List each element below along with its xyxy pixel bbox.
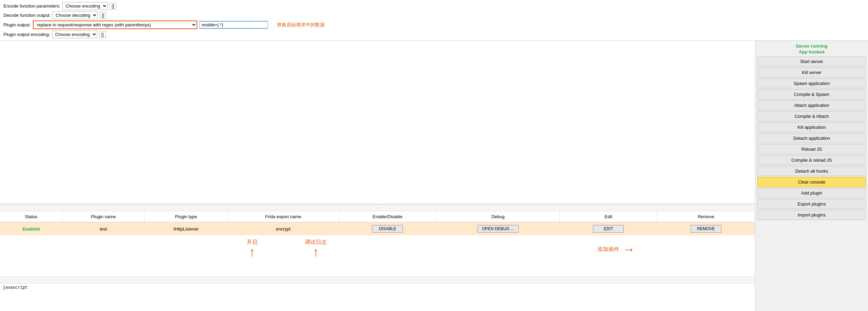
compile-reload-js-button[interactable]: Compile & reload JS (757, 155, 866, 165)
plugin-output-row: Plugin output: replace in request/respon… (3, 21, 865, 29)
kill-application-button[interactable]: Kill application (757, 122, 866, 132)
debug-arrow-icon: ↑ (313, 247, 319, 257)
plugin-encoding-label: Plugin output encoding: (3, 32, 50, 37)
edit-button[interactable]: EDIT (593, 225, 624, 233)
right-sidebar: Server running App hooked Start server K… (755, 41, 868, 311)
import-plugins-button[interactable]: Import plugins (757, 210, 866, 220)
encode-function-row: Encode function parameters: Choose encod… (3, 2, 865, 10)
attach-application-button[interactable]: Attach application (757, 100, 866, 110)
plugin-encoding-row: Plugin output encoding: Choose encoding … (3, 30, 865, 38)
row-edit-cell: EDIT (560, 222, 657, 236)
debug-annotation: 调试日志 ↑ (305, 239, 327, 257)
col-frida-export: Frida export name (228, 211, 339, 222)
reload-js-button[interactable]: Reload JS (757, 144, 866, 154)
row-frida-export: encrypt (228, 222, 339, 236)
col-plugin-type: Plugin type (145, 211, 228, 222)
row-remove-cell: REMOVE (657, 222, 755, 236)
plugin-encoding-select[interactable]: Choose encoding (52, 30, 97, 38)
decode-function-label: Decode function output: (3, 13, 50, 18)
enable-arrow-icon: ↑ (249, 247, 255, 257)
row-enable-disable-cell: DISABLE (339, 222, 436, 236)
decode-function-row: Decode function output: Choose decoding … (3, 11, 865, 19)
table-row: Enabled test IHttpListener encrypt DISAB… (0, 222, 755, 236)
dots-divider-top: ··· (0, 204, 755, 211)
compile-spawn-button[interactable]: Compile & Spawn (757, 89, 866, 99)
console-area: javascript (0, 284, 755, 311)
col-edit: Edit (560, 211, 657, 222)
add-plugin-arrow-icon: → (623, 242, 635, 257)
add-plugin-annotation: 添加插件 → (597, 242, 635, 257)
server-status: Server running (757, 43, 866, 49)
main-panel: ··· Status Plugin name Plugin type Frida… (0, 41, 755, 311)
plugin-output-label: Plugin output: (3, 22, 31, 27)
annotation-area: 开启 ↑ 调试日志 ↑ 添加插件 → (0, 235, 755, 276)
clear-console-button[interactable]: Clear console (757, 177, 866, 187)
row-plugin-type: IHttpListener (145, 222, 228, 236)
add-plugin-label: 添加插件 (597, 246, 619, 253)
disable-button[interactable]: DISABLE (372, 225, 403, 233)
top-form: Encode function parameters: Choose encod… (0, 0, 868, 41)
detach-application-button[interactable]: Detach application (757, 133, 866, 143)
console-text: javascript (3, 285, 27, 290)
plugin-output-select[interactable]: replace in request/response with regex (… (33, 21, 197, 29)
kill-server-button[interactable]: Kill server (757, 67, 866, 77)
decode-function-select[interactable]: Choose decoding (52, 11, 98, 19)
add-plugin-button[interactable]: Add plugin (757, 188, 866, 198)
table-section: Status Plugin name Plugin type Frida exp… (0, 211, 755, 276)
row-plugin-name: test (62, 222, 144, 236)
open-debug-button[interactable]: OPEN DEBUG ... (478, 225, 518, 233)
col-debug: Debug (436, 211, 560, 222)
spawn-application-button[interactable]: Spawn application (757, 78, 866, 88)
app-hooked-status: App hooked (757, 49, 866, 54)
col-remove: Remove (657, 211, 755, 222)
plugin-output-select-wrapper: replace in request/response with regex (… (33, 21, 197, 29)
row-status: Enabled (0, 222, 62, 236)
col-plugin-name: Plugin name (62, 211, 144, 222)
encode-function-bracket[interactable]: [] (110, 3, 116, 10)
col-enable-disable: Enable/Disable (339, 211, 436, 222)
plugin-encoding-bracket[interactable]: [] (99, 31, 106, 38)
detach-all-hooks-button[interactable]: Detach all hooks (757, 166, 866, 176)
encode-function-select[interactable]: Choose encoding (62, 2, 108, 10)
center-area (0, 41, 755, 204)
col-status: Status (0, 211, 62, 222)
content-area: ··· Status Plugin name Plugin type Frida… (0, 41, 868, 311)
regex-value-input[interactable] (199, 21, 268, 29)
enable-annotation: 开启 ↑ (247, 239, 258, 257)
encode-function-label: Encode function parameters: (3, 3, 60, 9)
table-wrapper: Status Plugin name Plugin type Frida exp… (0, 211, 755, 235)
plugin-table: Status Plugin name Plugin type Frida exp… (0, 211, 755, 235)
row-debug-cell: OPEN DEBUG ... (436, 222, 560, 236)
plugin-output-note: 替换原始请求中的数据 (277, 22, 325, 28)
dots-divider-bottom: ··· (0, 276, 755, 284)
start-server-button[interactable]: Start server (757, 57, 866, 66)
compile-attach-button[interactable]: Compile & Attach (757, 111, 866, 121)
decode-function-bracket[interactable]: [] (100, 12, 106, 19)
remove-button[interactable]: REMOVE (691, 225, 721, 233)
export-plugins-button[interactable]: Export plugins (757, 199, 866, 209)
